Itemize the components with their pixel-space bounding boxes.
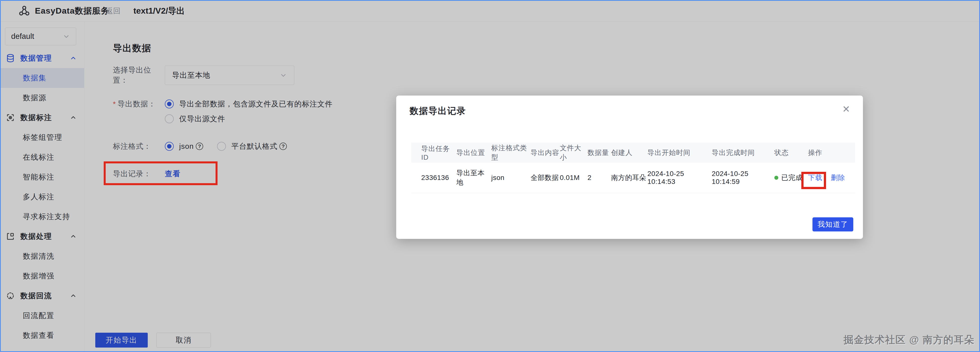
column-header: 数据量 bbox=[587, 148, 611, 158]
column-header: 创建人 bbox=[611, 148, 648, 158]
column-header: 导出任务ID bbox=[421, 144, 457, 161]
cell-creator: 南方的耳朵 bbox=[611, 173, 648, 182]
export-records-table: 导出任务ID 导出位置 标注格式类型 导出内容 文件大小 数据量 创建人 导出开… bbox=[411, 143, 855, 193]
cell-end-time: 2024-10-25 10:14:59 bbox=[712, 170, 774, 186]
cell-task-id: 2336136 bbox=[421, 174, 457, 182]
status-dot-icon bbox=[774, 176, 778, 180]
export-records-modal: 数据导出记录 导出任务ID 导出位置 标注格式类型 导出内容 文件大小 数据量 … bbox=[396, 96, 863, 239]
column-header: 文件大小 bbox=[560, 143, 587, 162]
close-icon[interactable] bbox=[842, 105, 850, 114]
column-header: 导出完成时间 bbox=[712, 148, 774, 158]
cell-data-count: 2 bbox=[587, 174, 611, 182]
status-badge: 已完成 bbox=[781, 173, 803, 182]
cell-content: 全部数据 bbox=[531, 173, 560, 182]
modal-title: 数据导出记录 bbox=[410, 105, 466, 117]
cell-file-size: 0.01M bbox=[560, 174, 587, 182]
column-header: 标注格式类型 bbox=[491, 143, 531, 162]
download-link[interactable]: 下载 bbox=[808, 173, 822, 182]
table-row: 2336136 导出至本地 json 全部数据 0.01M 2 南方的耳朵 20… bbox=[411, 162, 855, 193]
cell-start-time: 2024-10-25 10:14:53 bbox=[648, 170, 712, 186]
column-header: 导出开始时间 bbox=[648, 148, 712, 158]
cell-format: json bbox=[491, 174, 531, 182]
column-header: 导出内容 bbox=[531, 148, 560, 158]
delete-link[interactable]: 删除 bbox=[831, 173, 845, 182]
cell-status: 已完成 bbox=[774, 173, 808, 182]
cell-location: 导出至本地 bbox=[457, 168, 491, 187]
got-it-button[interactable]: 我知道了 bbox=[813, 217, 853, 231]
table-header-row: 导出任务ID 导出位置 标注格式类型 导出内容 文件大小 数据量 创建人 导出开… bbox=[411, 143, 855, 162]
column-header: 操作 bbox=[808, 148, 855, 158]
column-header: 状态 bbox=[774, 148, 808, 158]
cell-actions: 下载 删除 bbox=[808, 173, 855, 182]
column-header: 导出位置 bbox=[457, 148, 491, 158]
